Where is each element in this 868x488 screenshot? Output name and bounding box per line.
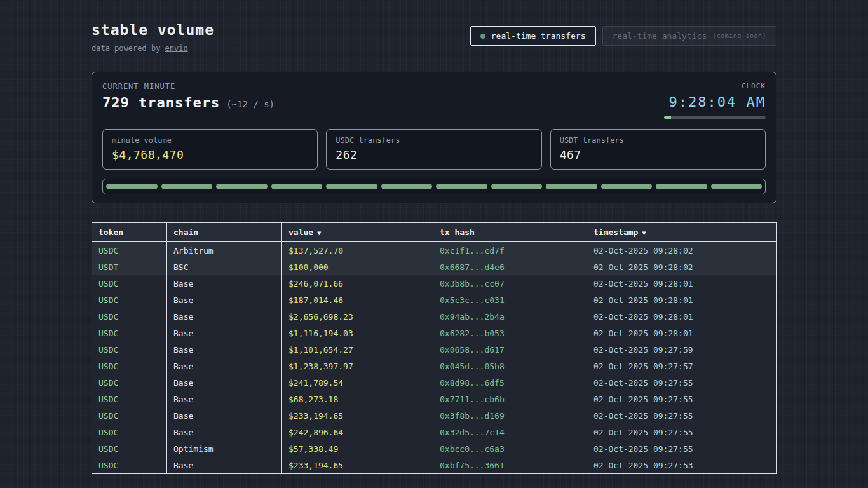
cell-tx-hash[interactable]: 0x7711...cb6b <box>433 391 587 407</box>
clock-block: CLOCK 9:28:04 AM <box>664 82 766 119</box>
tab-real-time-analytics[interactable]: real-time analytics (coming soon) <box>602 26 777 46</box>
page-container: stable volume data powered by envio real… <box>92 0 776 474</box>
cell-tx-hash[interactable]: 0x32d5...7c14 <box>433 424 587 440</box>
minute-segment <box>656 184 707 189</box>
stat-box-value: 262 <box>336 148 532 161</box>
coming-soon-badge: (coming soon) <box>712 32 766 39</box>
stat-box-value: $4,768,470 <box>112 148 308 161</box>
table-row: USDCBase$246,071.660x3b8b...cc0702-Oct-2… <box>92 275 777 292</box>
cell-token: USDC <box>92 242 167 259</box>
cell-tx-hash[interactable]: 0x94ab...2b4a <box>433 308 587 325</box>
cell-value: $233,194.65 <box>282 407 433 424</box>
clock-label: CLOCK <box>664 82 766 90</box>
cell-timestamp: 02-Oct-2025 09:27:59 <box>587 341 777 358</box>
minute-segment <box>491 184 543 189</box>
panel-top-row: CURRENT MINUTE 729 transfers (~12 / s) C… <box>102 82 766 119</box>
current-minute-panel: CURRENT MINUTE 729 transfers (~12 / s) C… <box>92 72 776 203</box>
header: stable volume data powered by envio real… <box>92 22 776 53</box>
cell-timestamp: 02-Oct-2025 09:27:55 <box>587 424 777 440</box>
cell-value: $241,789.54 <box>282 374 433 391</box>
tab-analytics-label: real-time analytics <box>613 31 707 41</box>
column-header-value[interactable]: value ▼ <box>282 223 433 242</box>
cell-tx-hash[interactable]: 0x3b8b...cc07 <box>433 275 587 292</box>
cell-tx-hash[interactable]: 0xc1f1...cd7f <box>433 242 587 259</box>
table-row: USDCBase$233,194.650x3f8b...d16902-Oct-2… <box>92 407 777 424</box>
table-row: USDCArbitrum$137,527.700xc1f1...cd7f02-O… <box>92 242 777 259</box>
column-header-token[interactable]: token <box>92 223 167 242</box>
header-left: stable volume data powered by envio <box>92 22 214 53</box>
cell-chain: Base <box>167 407 282 424</box>
cell-token: USDC <box>92 457 167 474</box>
cell-token: USDC <box>92 407 167 424</box>
cell-timestamp: 02-Oct-2025 09:27:57 <box>587 358 777 374</box>
cell-value: $100,000 <box>282 259 433 275</box>
cell-chain: Base <box>167 275 282 292</box>
table-row: USDCBase$187,014.460x5c3c...c03102-Oct-2… <box>92 292 777 308</box>
cell-tx-hash[interactable]: 0x0658...d617 <box>433 341 587 358</box>
minute-segment <box>216 184 268 189</box>
clock-progress-bar <box>664 116 766 119</box>
subtitle-text: data powered by <box>92 44 165 53</box>
table-row: USDCBase$1,101,654.270x0658...d61702-Oct… <box>92 341 777 358</box>
cell-timestamp: 02-Oct-2025 09:27:55 <box>587 440 777 457</box>
table-row: USDCBase$241,789.540x8d98...6df502-Oct-2… <box>92 374 777 391</box>
clock-time: 9:28:04 AM <box>664 94 766 110</box>
transfers-table-head-row: tokenchainvalue ▼tx hashtimestamp ▼ <box>92 223 777 242</box>
envio-link[interactable]: envio <box>165 44 188 53</box>
transfers-table: tokenchainvalue ▼tx hashtimestamp ▼ USDC… <box>92 222 777 474</box>
column-header-chain[interactable]: chain <box>167 223 282 242</box>
cell-token: USDC <box>92 341 167 358</box>
transfers-table-wrap: tokenchainvalue ▼tx hashtimestamp ▼ USDC… <box>92 222 776 474</box>
cell-tx-hash[interactable]: 0x8d98...6df5 <box>433 374 587 391</box>
cell-value: $68,273.18 <box>282 391 433 407</box>
cell-token: USDC <box>92 358 167 374</box>
cell-timestamp: 02-Oct-2025 09:28:01 <box>587 325 777 341</box>
tab-transfers-label: real-time transfers <box>491 31 586 41</box>
cell-chain: Arbitrum <box>167 242 282 259</box>
stat-box-label: USDC transfers <box>336 136 532 145</box>
cell-value: $2,656,698.23 <box>282 308 433 325</box>
cell-timestamp: 02-Oct-2025 09:28:02 <box>587 242 777 259</box>
cell-timestamp: 02-Oct-2025 09:27:53 <box>587 457 777 474</box>
transfers-rate: (~12 / s) <box>226 99 275 109</box>
minute-segment <box>546 184 597 189</box>
minute-segment <box>381 184 433 189</box>
cell-tx-hash[interactable]: 0x045d...05b8 <box>433 358 587 374</box>
stat-box-2: USDT transfers467 <box>550 129 766 170</box>
tab-real-time-transfers[interactable]: real-time transfers <box>470 26 596 46</box>
cell-chain: BSC <box>167 259 282 275</box>
transfers-table-body: USDCArbitrum$137,527.700xc1f1...cd7f02-O… <box>92 242 777 474</box>
cell-token: USDC <box>92 374 167 391</box>
cell-tx-hash[interactable]: 0x6282...b053 <box>433 325 587 341</box>
minute-segment <box>711 184 763 189</box>
cell-token: USDC <box>92 275 167 292</box>
column-header-tx-hash[interactable]: tx hash <box>433 223 587 242</box>
cell-timestamp: 02-Oct-2025 09:28:02 <box>587 259 777 275</box>
table-row: USDCBase$1,238,397.970x045d...05b802-Oct… <box>92 358 777 374</box>
cell-token: USDT <box>92 259 167 275</box>
stat-box-0: minute volume$4,768,470 <box>102 129 318 170</box>
cell-timestamp: 02-Oct-2025 09:27:55 <box>587 374 777 391</box>
cell-chain: Base <box>167 391 282 407</box>
cell-value: $57,338.49 <box>282 440 433 457</box>
column-header-timestamp[interactable]: timestamp ▼ <box>587 223 777 242</box>
cell-tx-hash[interactable]: 0x3f8b...d169 <box>433 407 587 424</box>
cell-tx-hash[interactable]: 0x6687...d4e6 <box>433 259 587 275</box>
cell-token: USDC <box>92 292 167 308</box>
cell-value: $187,014.46 <box>282 292 433 308</box>
stat-box-label: minute volume <box>112 136 308 145</box>
stat-box-1: USDC transfers262 <box>326 129 541 170</box>
clock-progress-fill <box>664 116 671 119</box>
cell-token: USDC <box>92 325 167 341</box>
cell-timestamp: 02-Oct-2025 09:28:01 <box>587 308 777 325</box>
sort-indicator-icon: ▼ <box>638 229 646 236</box>
transfers-count: 729 transfers <box>102 95 220 111</box>
cell-chain: Base <box>167 308 282 325</box>
cell-value: $246,071.66 <box>282 275 433 292</box>
cell-value: $1,238,397.97 <box>282 358 433 374</box>
cell-value: $1,101,654.27 <box>282 341 433 358</box>
cell-tx-hash[interactable]: 0xbf75...3661 <box>433 457 587 474</box>
cell-tx-hash[interactable]: 0x5c3c...c031 <box>433 292 587 308</box>
cell-chain: Base <box>167 292 282 308</box>
cell-tx-hash[interactable]: 0xbcc0...c6a3 <box>433 440 587 457</box>
